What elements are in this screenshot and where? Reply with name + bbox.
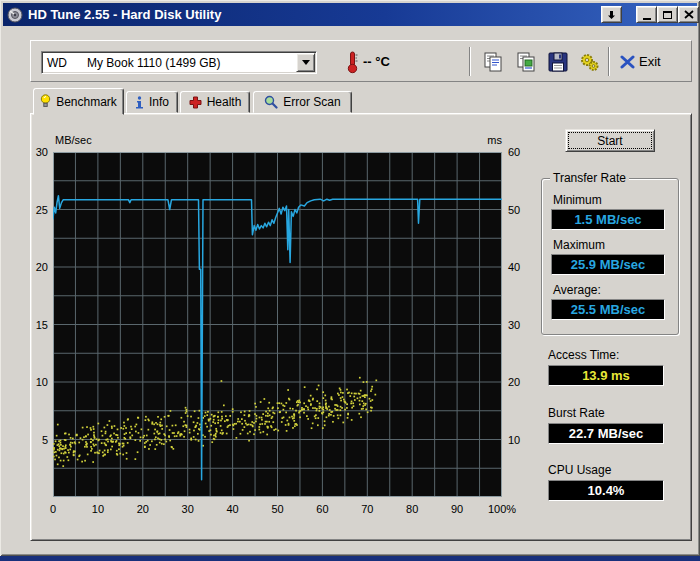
drive-select-dropdown-button[interactable] — [296, 53, 315, 72]
drive-select-value: WD My Book 1110 (1499 GB) — [42, 56, 296, 70]
average-label: Average: — [553, 283, 601, 297]
titlebar: HD Tune 2.55 - Hard Disk Utility — [3, 3, 697, 26]
maximize-button[interactable] — [657, 6, 678, 23]
access-time-value: 13.9 ms — [548, 365, 664, 386]
copy-image-button[interactable] — [512, 48, 539, 75]
exit-icon — [620, 55, 635, 69]
save-icon — [546, 50, 570, 74]
tab-benchmark[interactable]: Benchmark — [33, 88, 124, 115]
window-title: HD Tune 2.55 - Hard Disk Utility — [28, 7, 221, 22]
options-button[interactable] — [576, 48, 603, 75]
close-button[interactable] — [678, 6, 699, 23]
transfer-rate-legend: Transfer Rate — [550, 171, 629, 185]
exit-button[interactable]: Exit — [616, 48, 665, 75]
info-icon — [135, 96, 144, 109]
minimize-button[interactable] — [636, 6, 657, 23]
copy-text-button[interactable] — [479, 48, 506, 75]
tab-health[interactable]: Health — [180, 91, 250, 113]
copy-icon — [481, 50, 505, 74]
tab-info[interactable]: Info — [126, 91, 178, 113]
health-cross-icon — [189, 96, 202, 109]
temperature-value: -- °C — [363, 54, 390, 69]
benchmark-chart — [53, 152, 502, 497]
burst-rate-label: Burst Rate — [548, 406, 605, 420]
maximum-value: 25.9 MB/sec — [551, 254, 665, 275]
y-right-unit-label: ms — [462, 134, 502, 146]
average-value: 25.5 MB/sec — [551, 299, 665, 320]
cpu-usage-label: CPU Usage — [548, 463, 611, 477]
close-icon — [684, 10, 694, 19]
app-icon — [7, 7, 23, 23]
cpu-usage-value: 10.4% — [548, 480, 664, 501]
tab-error-scan-label: Error Scan — [283, 95, 340, 109]
tab-health-label: Health — [207, 95, 242, 109]
minimum-label: Minimum — [553, 193, 602, 207]
collapse-button[interactable] — [601, 6, 622, 23]
app-window: HD Tune 2.55 - Hard Disk Utility WD My B… — [0, 0, 700, 556]
access-time-label: Access Time: — [548, 348, 619, 362]
toolbar: WD My Book 1110 (1499 GB) -- °C — [30, 40, 692, 82]
drive-select[interactable]: WD My Book 1110 (1499 GB) — [41, 51, 317, 74]
save-button[interactable] — [544, 48, 571, 75]
arrow-down-icon — [607, 10, 616, 20]
toolbar-separator — [608, 47, 610, 76]
burst-rate-value: 22.7 MB/sec — [548, 423, 664, 444]
tab-info-label: Info — [149, 95, 169, 109]
start-button[interactable]: Start — [565, 129, 655, 152]
tab-benchmark-label: Benchmark — [56, 95, 117, 109]
y-left-unit-label: MB/sec — [55, 134, 92, 146]
copy-image-icon — [514, 50, 538, 74]
minimize-icon — [643, 18, 651, 20]
toolbar-separator — [469, 47, 471, 76]
magnifier-icon — [264, 95, 278, 109]
tab-error-scan[interactable]: Error Scan — [253, 91, 352, 113]
thermometer-icon — [345, 50, 359, 78]
transfer-rate-groupbox: Transfer Rate Minimum 1.5 MB/sec Maximum… — [541, 178, 679, 335]
chevron-down-icon — [302, 60, 310, 65]
maximum-label: Maximum — [553, 238, 605, 252]
start-button-label: Start — [597, 134, 622, 148]
minimum-value: 1.5 MB/sec — [551, 209, 665, 230]
gears-icon — [578, 50, 602, 74]
desktop-strip — [0, 556, 700, 561]
maximize-icon — [663, 11, 672, 19]
exit-label: Exit — [639, 54, 661, 69]
lightbulb-icon — [40, 94, 51, 109]
